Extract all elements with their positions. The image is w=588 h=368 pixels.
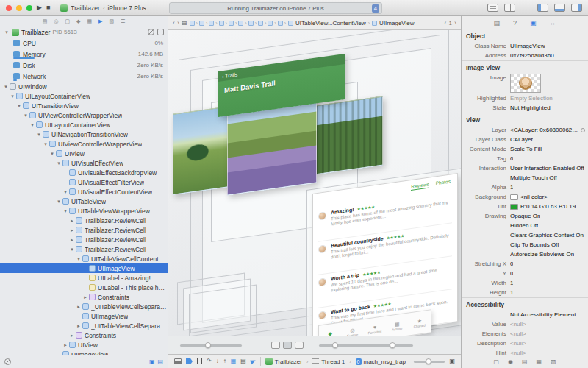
disclosure-triangle[interactable]: ▸: [82, 294, 88, 300]
file-template-library-icon[interactable]: ▢: [493, 358, 499, 365]
tree-row[interactable]: ▾UIView: [0, 149, 168, 158]
related-items-icon[interactable]: ▤: [182, 20, 187, 26]
disclosure-triangle[interactable]: ▸: [69, 237, 75, 243]
view-mode-contents-button[interactable]: [271, 342, 280, 349]
tree-row[interactable]: ▾UIVisualEffectView: [0, 158, 168, 168]
step-over-icon[interactable]: ↷: [207, 358, 212, 364]
crumb-icon[interactable]: [238, 21, 243, 26]
image-thumbnail[interactable]: [510, 74, 541, 93]
tree-row[interactable]: ▸Constraints: [0, 330, 168, 340]
tree-row[interactable]: UIImageView: [0, 350, 168, 355]
tree-row[interactable]: UIImageView: [0, 311, 168, 321]
disclosure-triangle[interactable]: ▸: [76, 323, 82, 329]
tree-row[interactable]: ▸Trailblazer.ReviewCell: [0, 216, 168, 225]
toggle-inspector-button[interactable]: [571, 4, 582, 12]
crumb-icon[interactable]: [229, 21, 234, 26]
test-navigator-icon[interactable]: ▦: [87, 18, 92, 24]
close-window-button[interactable]: [6, 5, 12, 11]
toggle-debug-area-button[interactable]: [554, 4, 565, 12]
tree-row[interactable]: ▾Trailblazer.ReviewCell: [0, 244, 168, 254]
disclosure-triangle[interactable]: ▾: [23, 113, 29, 118]
stack-depth-slider[interactable]: [414, 361, 445, 363]
tree-row[interactable]: ▾UILayoutContainerView: [0, 91, 168, 101]
pause-process-icon[interactable]: [148, 29, 154, 35]
symbol-navigator-icon[interactable]: ◎: [54, 18, 58, 24]
photo-layer-forest[interactable]: [315, 96, 383, 175]
next-item-button[interactable]: ›: [454, 19, 456, 26]
process-crumb[interactable]: Trailblazer: [265, 358, 302, 365]
object-inspector-icon[interactable]: ▣: [530, 19, 537, 26]
view-mode-wireframe-button[interactable]: [295, 342, 304, 349]
disclosure-triangle[interactable]: ▾: [56, 160, 62, 166]
hide-debug-area-icon[interactable]: [174, 358, 182, 364]
breakpoints-toggle-icon[interactable]: [186, 358, 193, 364]
disclosure-triangle[interactable]: ▸: [69, 218, 75, 224]
disclosure-triangle[interactable]: ▾: [76, 256, 82, 262]
disclosure-triangle[interactable]: ▸: [69, 227, 75, 233]
object-library-icon[interactable]: ▤: [522, 358, 528, 365]
jumpbar-current-crumb[interactable]: UIImageView: [379, 20, 414, 26]
report-navigator-icon[interactable]: ☰: [121, 18, 125, 24]
debug-memory-graph-icon[interactable]: ▤: [240, 358, 246, 364]
crumb-icon[interactable]: [268, 21, 273, 26]
range-slider[interactable]: [319, 344, 413, 347]
disclosure-triangle[interactable]: ▾: [62, 189, 68, 195]
memory-report-icon[interactable]: [157, 29, 164, 35]
back-button[interactable]: ‹: [173, 19, 175, 26]
tree-row[interactable]: ▾UITableViewCellContentView: [0, 254, 168, 263]
tree-row[interactable]: ▾UITableView: [0, 197, 168, 206]
disclosure-triangle[interactable]: ▾: [56, 199, 62, 205]
previous-item-button[interactable]: ‹: [445, 19, 447, 26]
tree-row[interactable]: ▸Trailblazer.ReviewCell: [0, 235, 168, 244]
tree-row[interactable]: ▸_UITableViewCellSeparatorV...: [0, 302, 168, 311]
tree-row[interactable]: ▾UITransitionView: [0, 101, 168, 110]
code-snippet-library-icon[interactable]: ◉: [508, 358, 513, 365]
wireframe-layer[interactable]: [189, 285, 257, 336]
tree-row[interactable]: ▾UIViewControllerWrapperView: [0, 110, 168, 120]
jumpbar-parent-crumb[interactable]: UITableView...ContentView: [295, 20, 366, 26]
media-library-icon[interactable]: ▦: [536, 358, 542, 365]
crumb-icon[interactable]: [219, 21, 224, 26]
disclosure-triangle[interactable]: ▾: [49, 151, 55, 157]
tree-row[interactable]: ▾UIVisualEffectContentView: [0, 187, 168, 197]
disclosure-triangle[interactable]: ▾: [36, 132, 42, 138]
find-navigator-icon[interactable]: ▢: [65, 18, 70, 24]
breakpoint-navigator-icon[interactable]: ▧: [109, 18, 114, 24]
disclosure-triangle[interactable]: ▾: [4, 29, 10, 35]
disclosure-triangle[interactable]: ▾: [43, 141, 49, 147]
issue-navigator-icon[interactable]: ◆: [76, 18, 80, 24]
debug-navigator-icon[interactable]: ▶: [98, 18, 102, 24]
simulate-location-icon[interactable]: [250, 358, 257, 364]
disclosure-triangle[interactable]: ▾: [10, 93, 15, 99]
step-into-icon[interactable]: ↓: [216, 358, 219, 364]
disclosure-triangle[interactable]: ▾: [69, 247, 75, 252]
tree-row[interactable]: UIImageView: [0, 263, 168, 273]
crumb-icon[interactable]: [258, 21, 263, 26]
zoom-window-button[interactable]: [26, 5, 32, 11]
show-constraints-icon[interactable]: ▤: [157, 358, 163, 365]
gauge-row-network[interactable]: NetworkZero KB/s: [0, 71, 168, 82]
quick-help-inspector-icon[interactable]: ?: [513, 19, 517, 26]
reviews-panel-layer[interactable]: Reviews Photos Amazing!★★★★★This place h…: [312, 173, 458, 336]
toggle-navigator-button[interactable]: [537, 4, 548, 12]
gauge-row-disk[interactable]: DiskZero KB/s: [0, 60, 168, 71]
debug-view-hierarchy-icon[interactable]: ▦: [231, 358, 237, 364]
assistant-editor-button[interactable]: [504, 4, 515, 12]
forward-button[interactable]: ›: [177, 19, 179, 26]
expand-debug-area-icon[interactable]: ▣: [449, 358, 455, 364]
jump-to-icon[interactable]: [581, 128, 585, 132]
size-inspector-icon[interactable]: ↔: [550, 19, 556, 26]
disclosure-triangle[interactable]: ▾: [29, 122, 35, 128]
tree-row[interactable]: ▾UIWindow: [0, 82, 168, 91]
tree-row[interactable]: ▸Constraints: [0, 292, 168, 302]
view-mode-wireframe-contents-button[interactable]: [283, 342, 292, 349]
tree-row[interactable]: UILabel - This place has...: [0, 283, 168, 292]
crumb-icon[interactable]: [199, 21, 204, 26]
tree-row[interactable]: UILabel - Amazing!: [0, 273, 168, 283]
scheme-selector[interactable]: Trailblazer › iPhone 7 Plus: [60, 4, 146, 12]
stop-button[interactable]: ■: [46, 4, 50, 11]
crumb-icon[interactable]: [278, 21, 283, 26]
disclosure-triangle[interactable]: ▸: [69, 333, 75, 339]
tree-row[interactable]: ▸Trailblazer.ReviewCell: [0, 225, 168, 235]
run-button[interactable]: ▶: [37, 4, 42, 11]
